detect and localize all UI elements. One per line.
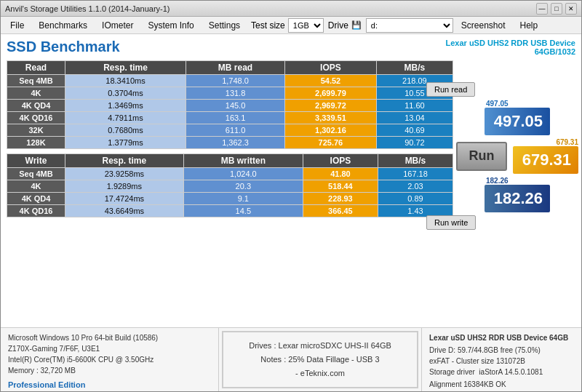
run-button[interactable]: Run bbox=[456, 142, 507, 171]
row-label: 32K bbox=[7, 124, 65, 137]
mb-read: 145.0 bbox=[186, 100, 285, 112]
total-score-label: 679.31 bbox=[556, 138, 578, 146]
run-write-button[interactable]: Run write bbox=[426, 215, 476, 230]
device-line2: 64GB/1032 bbox=[445, 47, 575, 56]
resp-time: 43.6649ms bbox=[65, 205, 184, 217]
read-score-label: 497.05 bbox=[486, 100, 509, 108]
mbs: 0.89 bbox=[378, 193, 453, 205]
write-header-row: Write Resp. time MB written IOPS MB/s bbox=[7, 154, 453, 168]
write-score-area: 182.26 182.26 Run write bbox=[485, 177, 550, 230]
minimize-button[interactable]: — bbox=[536, 3, 548, 15]
resp-time: 4.7911ms bbox=[65, 112, 186, 124]
iops: 2,969.72 bbox=[285, 100, 377, 112]
scores-section: Run read 497.05 497.05 Run 679.31 679.31 bbox=[459, 60, 575, 230]
system-info-panel: Microsoft Windows 10 Pro 64-bit Build (1… bbox=[1, 328, 219, 391]
resp-time: 23.9258ms bbox=[65, 168, 184, 180]
table-row: 32K 0.7680ms 611.0 1,302.16 40.69 bbox=[7, 124, 453, 137]
row-label: Seq 4MB bbox=[7, 168, 65, 180]
row-label: 4K bbox=[7, 180, 65, 193]
iops: 54.52 bbox=[285, 75, 377, 87]
resp-time: 1.9289ms bbox=[65, 180, 184, 193]
mb-read: 163.1 bbox=[186, 112, 285, 124]
drives-info-text: Drives : Lexar microSDXC UHS-II 64GB Not… bbox=[249, 339, 391, 380]
resp-time: 17.4724ms bbox=[65, 193, 184, 205]
write-score-value: 182.26 bbox=[485, 185, 550, 212]
iops: 725.76 bbox=[285, 137, 377, 149]
iops: 518.44 bbox=[303, 180, 378, 193]
total-score-value: 679.31 bbox=[513, 146, 578, 174]
mb-read: 131.8 bbox=[186, 87, 285, 100]
read-col-mbs: MB/s bbox=[376, 61, 453, 75]
read-score-value: 497.05 bbox=[485, 108, 550, 135]
iops: 2,699.79 bbox=[285, 87, 377, 100]
row-label: 4K QD4 bbox=[7, 193, 65, 205]
mbs: 13.04 bbox=[376, 112, 453, 124]
screenshot-button[interactable]: Screenshot bbox=[455, 18, 512, 33]
resp-time: 18.3410ms bbox=[65, 75, 186, 87]
mb-written: 9.1 bbox=[183, 193, 303, 205]
drive-label: Drive bbox=[328, 20, 348, 31]
menu-benchmarks[interactable]: Benchmarks bbox=[32, 18, 94, 33]
table-row: 4K 1.9289ms 20.3 518.44 2.03 bbox=[7, 180, 453, 193]
device-info: Lexar uSD UHS2 RDR USB Device 64GB/1032 bbox=[445, 39, 575, 56]
write-score-label: 182.26 bbox=[486, 177, 509, 185]
resp-time: 1.3779ms bbox=[65, 137, 186, 149]
window-title: Anvil's Storage Utilities 1.1.0 (2014-Ja… bbox=[5, 4, 170, 13]
table-row: 4K 0.3704ms 131.8 2,699.79 10.55 bbox=[7, 87, 453, 100]
run-total-row: Run 679.31 679.31 bbox=[456, 138, 578, 174]
mbs: 11.60 bbox=[376, 100, 453, 112]
iops: 41.80 bbox=[303, 168, 378, 180]
table-row: Seq 4MB 23.9258ms 1,024.0 41.80 167.18 bbox=[7, 168, 453, 180]
device-line1: Lexar uSD UHS2 RDR USB Device bbox=[445, 39, 575, 47]
read-col-resp: Resp. time bbox=[65, 61, 186, 75]
read-header-row: Read Resp. time MB read IOPS MB/s bbox=[7, 61, 453, 75]
write-col-resp: Resp. time bbox=[65, 154, 184, 168]
resp-time: 1.3469ms bbox=[65, 100, 186, 112]
menu-file[interactable]: File bbox=[4, 18, 31, 33]
drives-info-panel: Drives : Lexar microSDXC UHS-II 64GB Not… bbox=[222, 331, 418, 388]
table-row: 4K QD16 43.6649ms 14.5 366.45 1.43 bbox=[7, 205, 453, 217]
read-col-label: Read bbox=[7, 61, 65, 75]
row-label: 4K QD16 bbox=[7, 112, 65, 124]
mb-read: 611.0 bbox=[186, 124, 285, 137]
menu-system-info[interactable]: System Info bbox=[141, 18, 200, 33]
menu-iometer[interactable]: IOmeter bbox=[95, 18, 140, 33]
row-label: 4K bbox=[7, 87, 65, 100]
close-button[interactable]: ✕ bbox=[565, 3, 577, 15]
write-col-label: Write bbox=[7, 154, 65, 168]
app-window: Anvil's Storage Utilities 1.1.0 (2014-Ja… bbox=[0, 0, 582, 392]
row-label: 128K bbox=[7, 137, 65, 149]
menu-bar: File Benchmarks IOmeter System Info Sett… bbox=[1, 17, 581, 34]
read-col-iops: IOPS bbox=[285, 61, 377, 75]
tables-scores-section: Read Resp. time MB read IOPS MB/s Seq 4M… bbox=[7, 60, 575, 230]
iops: 3,339.51 bbox=[285, 112, 377, 124]
iops: 366.45 bbox=[303, 205, 378, 217]
mbs: 90.72 bbox=[376, 137, 453, 149]
write-table: Write Resp. time MB written IOPS MB/s Se… bbox=[7, 153, 453, 217]
test-size-select[interactable]: 1GB 4GB 8GB bbox=[288, 18, 324, 33]
total-score-display: 679.31 679.31 bbox=[513, 138, 578, 174]
maximize-button[interactable]: □ bbox=[551, 3, 562, 15]
table-row: 4K QD4 1.3469ms 145.0 2,969.72 11.60 bbox=[7, 100, 453, 112]
table-row: Seq 4MB 18.3410ms 1,748.0 54.52 218.09 bbox=[7, 75, 453, 87]
menu-help[interactable]: Help bbox=[514, 18, 545, 33]
write-score-display: 182.26 182.26 bbox=[485, 177, 550, 212]
mb-written: 20.3 bbox=[183, 180, 303, 193]
row-label: Seq 4MB bbox=[7, 75, 65, 87]
device-details-title: Lexar uSD UHS2 RDR USB Device 64GB bbox=[429, 332, 574, 343]
read-score-area: Run read 497.05 497.05 bbox=[485, 82, 550, 135]
read-score-box-row: 497.05 497.05 bbox=[485, 100, 550, 135]
run-read-button[interactable]: Run read bbox=[426, 82, 475, 97]
drive-group: Drive 💾 d: bbox=[328, 18, 453, 33]
table-row: 4K QD4 17.4724ms 9.1 228.93 0.89 bbox=[7, 193, 453, 205]
write-col-mb: MB written bbox=[183, 154, 303, 168]
row-label: 4K QD4 bbox=[7, 100, 65, 112]
mb-written: 14.5 bbox=[183, 205, 303, 217]
menu-settings[interactable]: Settings bbox=[202, 18, 247, 33]
pro-edition-label: Professional Edition bbox=[8, 379, 211, 391]
mb-written: 1,024.0 bbox=[183, 168, 303, 180]
drive-select[interactable]: d: bbox=[366, 18, 453, 33]
device-details-panel: Lexar uSD UHS2 RDR USB Device 64GB Drive… bbox=[421, 328, 581, 391]
mb-read: 1,362.3 bbox=[186, 137, 285, 149]
table-row: 4K QD16 4.7911ms 163.1 3,339.51 13.04 bbox=[7, 112, 453, 124]
